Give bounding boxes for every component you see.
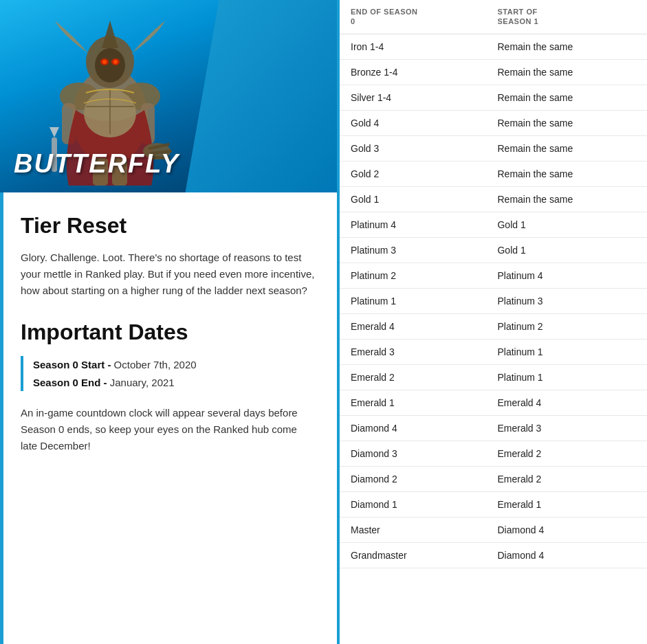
start-of-season-cell: Emerald 4 — [486, 390, 647, 415]
season-end-label: Season 0 End - — [33, 377, 107, 388]
start-of-season-cell: Gold 1 — [486, 237, 647, 263]
end-of-season-cell: Grandmaster — [340, 542, 486, 568]
start-of-season-cell: Remain the same — [486, 110, 647, 135]
page-container: BUTTERFLY Tier Reset Glory. Challenge. L… — [0, 0, 647, 644]
start-of-season-cell: Platinum 4 — [486, 263, 647, 288]
end-of-season-cell: Master — [340, 517, 486, 542]
end-of-season-cell: Platinum 3 — [340, 237, 486, 263]
table-row: Diamond 1Emerald 1 — [340, 491, 647, 517]
svg-marker-20 — [50, 127, 59, 137]
tier-table-body: Iron 1-4Remain the sameBronze 1-4Remain … — [340, 34, 647, 568]
bottom-note: An in-game countdown clock will appear s… — [21, 405, 316, 454]
hero-area: BUTTERFLY — [0, 0, 337, 192]
table-row: GrandmasterDiamond 4 — [340, 542, 647, 568]
start-of-season-cell: Diamond 4 — [486, 517, 647, 542]
table-row: Gold 4Remain the same — [340, 110, 647, 135]
end-of-season-cell: Gold 2 — [340, 161, 486, 186]
start-of-season-cell: Emerald 1 — [486, 491, 647, 517]
dates-block: Season 0 Start - October 7th, 2020 Seaso… — [21, 356, 316, 391]
end-of-season-cell: Diamond 3 — [340, 441, 486, 466]
start-of-season-cell: Gold 1 — [486, 212, 647, 237]
end-of-season-cell: Platinum 2 — [340, 263, 486, 288]
left-content: Tier Reset Glory. Challenge. Loot. There… — [0, 192, 337, 475]
start-of-season-cell: Remain the same — [486, 34, 647, 59]
end-of-season-cell: Silver 1-4 — [340, 85, 486, 110]
col-end-of-season-header: END OF SEASON 0 — [340, 0, 486, 34]
end-of-season-cell: Diamond 2 — [340, 466, 486, 491]
table-row: Emerald 2Platinum 1 — [340, 364, 647, 390]
col2-header-line1: START OF — [497, 7, 636, 16]
table-row: Iron 1-4Remain the same — [340, 34, 647, 59]
end-of-season-cell: Gold 3 — [340, 135, 486, 161]
table-row: Platinum 2Platinum 4 — [340, 263, 647, 288]
end-of-season-cell: Iron 1-4 — [340, 34, 486, 59]
start-of-season-cell: Platinum 1 — [486, 339, 647, 364]
right-panel[interactable]: END OF SEASON 0 START OF SEASON 1 Iron 1… — [340, 0, 647, 644]
table-row: Gold 1Remain the same — [340, 186, 647, 212]
svg-point-7 — [113, 60, 118, 64]
start-of-season-cell: Remain the same — [486, 85, 647, 110]
table-row: Silver 1-4Remain the same — [340, 85, 647, 110]
col1-header-line2: 0 — [351, 16, 475, 26]
season-start-line: Season 0 Start - October 7th, 2020 — [33, 356, 316, 374]
start-of-season-cell: Emerald 2 — [486, 466, 647, 491]
end-of-season-cell: Emerald 1 — [340, 390, 486, 415]
season-end-value: January, 2021 — [110, 377, 175, 388]
butterfly-title: BUTTERFLY — [14, 149, 179, 179]
col2-header-line2: SEASON 1 — [497, 16, 636, 26]
start-of-season-cell: Emerald 2 — [486, 441, 647, 466]
start-of-season-cell: Remain the same — [486, 186, 647, 212]
start-of-season-cell: Remain the same — [486, 59, 647, 85]
table-row: Gold 2Remain the same — [340, 161, 647, 186]
end-of-season-cell: Emerald 3 — [340, 339, 486, 364]
end-of-season-cell: Emerald 4 — [340, 313, 486, 339]
table-row: Emerald 1Emerald 4 — [340, 390, 647, 415]
end-of-season-cell: Platinum 4 — [340, 212, 486, 237]
table-row: Gold 3Remain the same — [340, 135, 647, 161]
table-row: Platinum 1Platinum 3 — [340, 288, 647, 313]
end-of-season-cell: Bronze 1-4 — [340, 59, 486, 85]
left-panel: BUTTERFLY Tier Reset Glory. Challenge. L… — [0, 0, 337, 644]
svg-marker-2 — [102, 21, 118, 48]
col1-header-line1: END OF SEASON — [351, 7, 475, 16]
end-of-season-cell: Gold 1 — [340, 186, 486, 212]
svg-point-3 — [95, 48, 125, 82]
start-of-season-cell: Emerald 3 — [486, 415, 647, 441]
table-row: MasterDiamond 4 — [340, 517, 647, 542]
season-end-line: Season 0 End - January, 2021 — [33, 374, 316, 392]
important-dates-title: Important Dates — [21, 320, 316, 345]
table-row: Emerald 3Platinum 1 — [340, 339, 647, 364]
tier-reset-body: Glory. Challenge. Loot. There's no short… — [21, 249, 316, 299]
start-of-season-cell: Remain the same — [486, 135, 647, 161]
table-row: Emerald 4Platinum 2 — [340, 313, 647, 339]
left-accent-bar — [0, 192, 3, 644]
season-start-value: October 7th, 2020 — [114, 359, 197, 370]
tier-reset-title: Tier Reset — [21, 213, 316, 238]
table-row: Diamond 3Emerald 2 — [340, 441, 647, 466]
end-of-season-cell: Platinum 1 — [340, 288, 486, 313]
table-row: Platinum 4Gold 1 — [340, 212, 647, 237]
svg-point-6 — [102, 60, 107, 64]
start-of-season-cell: Platinum 2 — [486, 313, 647, 339]
end-of-season-cell: Diamond 1 — [340, 491, 486, 517]
table-row: Bronze 1-4Remain the same — [340, 59, 647, 85]
end-of-season-cell: Emerald 2 — [340, 364, 486, 390]
start-of-season-cell: Diamond 4 — [486, 542, 647, 568]
table-row: Diamond 2Emerald 2 — [340, 466, 647, 491]
start-of-season-cell: Platinum 1 — [486, 364, 647, 390]
season-start-label: Season 0 Start - — [33, 359, 111, 370]
end-of-season-cell: Diamond 4 — [340, 415, 486, 441]
tier-table: END OF SEASON 0 START OF SEASON 1 Iron 1… — [340, 0, 647, 568]
table-header-row: END OF SEASON 0 START OF SEASON 1 — [340, 0, 647, 34]
start-of-season-cell: Remain the same — [486, 161, 647, 186]
start-of-season-cell: Platinum 3 — [486, 288, 647, 313]
table-row: Platinum 3Gold 1 — [340, 237, 647, 263]
table-row: Diamond 4Emerald 3 — [340, 415, 647, 441]
end-of-season-cell: Gold 4 — [340, 110, 486, 135]
col-start-of-season-header: START OF SEASON 1 — [486, 0, 647, 34]
